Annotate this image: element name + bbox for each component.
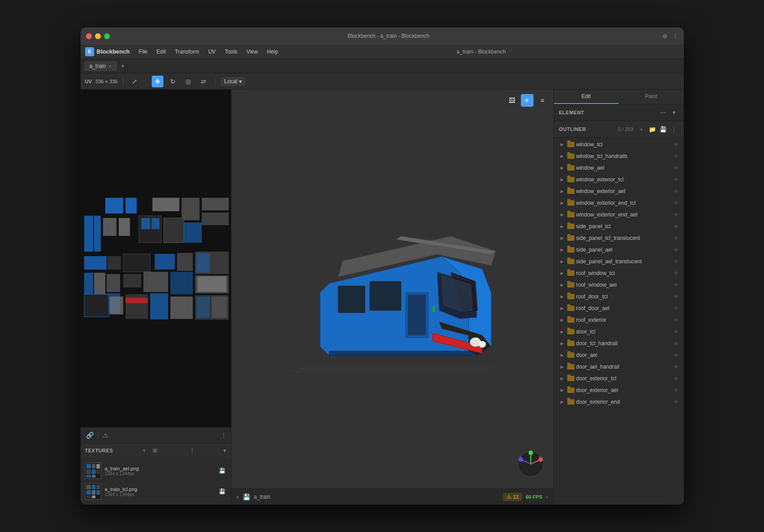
eye-icon[interactable]: 👁 xyxy=(672,164,680,172)
outliner-item-window-exterior-ael[interactable]: ▶ window_exterior_ael 👁 xyxy=(554,185,684,197)
outliner-item-window-tcl[interactable]: ▶ window_tcl 👁 xyxy=(554,139,684,150)
eye-icon[interactable]: 👁 xyxy=(672,293,680,301)
toolbar-move-tool[interactable]: ✥ xyxy=(152,76,163,87)
outliner-section[interactable]: OUTLINER 0 / 263 + 📁 💾 ⋮ ▶ window_tcl 👁 xyxy=(554,121,684,505)
svg-rect-22 xyxy=(196,253,210,273)
outliner-save-btn[interactable]: 💾 xyxy=(659,125,668,134)
viewport-next-button[interactable]: › xyxy=(546,494,548,500)
eye-icon[interactable]: 👁 xyxy=(672,211,680,219)
eye-icon[interactable]: 👁 xyxy=(672,257,680,266)
outliner-add-btn[interactable]: + xyxy=(637,125,646,134)
outliner-item-window-tcl-handrails[interactable]: ▶ window_tcl_handrails 👁 xyxy=(554,150,684,162)
eye-icon[interactable]: 👁 xyxy=(672,187,680,195)
tab-close-button[interactable]: × xyxy=(108,63,111,69)
outliner-item-window-ael[interactable]: ▶ window_ael 👁 xyxy=(554,162,684,174)
toolbar-mirror-tool[interactable]: ⇄ xyxy=(198,76,209,87)
menu-file[interactable]: File xyxy=(135,47,151,56)
outliner-item-door-ael-handrail[interactable]: ▶ door_ael_handrail 👁 xyxy=(554,361,684,373)
menu-uv[interactable]: UV xyxy=(204,47,219,56)
tab-add-button[interactable]: + xyxy=(121,62,125,70)
eye-icon[interactable]: 👁 xyxy=(672,351,680,359)
eye-icon[interactable]: 👁 xyxy=(672,386,680,394)
more-icon[interactable]: ⋮ xyxy=(672,32,678,40)
outliner-item-roof-exterior[interactable]: ▶ roof_exterior 👁 xyxy=(554,314,684,326)
toolbar-target-tool[interactable]: ◎ xyxy=(182,76,194,87)
outliner-item-side-panel-tcl[interactable]: ▶ side_panel_tcl 👁 xyxy=(554,221,684,232)
eye-icon[interactable]: 👁 xyxy=(672,339,680,347)
import-texture-button[interactable]: ⊞ xyxy=(150,446,159,455)
eye-icon-window-tcl[interactable]: 👁 xyxy=(672,140,680,149)
outliner-item-roof-door-tcl[interactable]: ▶ roof_door_tcl 👁 xyxy=(554,291,684,302)
outliner-item-side-panel-ael-translucent[interactable]: ▶ side_panel_ael_translucent 👁 xyxy=(554,256,684,267)
element-minimize-btn[interactable]: — xyxy=(659,108,668,117)
link-icon[interactable]: 🔗 xyxy=(85,430,95,440)
viewport-menu-btn[interactable]: ≡ xyxy=(536,94,549,107)
eye-icon[interactable]: 👁 xyxy=(672,176,680,184)
texture-save-tcl[interactable]: 💾 xyxy=(218,487,226,496)
outliner-item-window-exterior-end-ael[interactable]: ▶ window_exterior_end_ael 👁 xyxy=(554,209,684,221)
toolbar-separator-3 xyxy=(215,77,215,86)
eye-icon[interactable]: 👁 xyxy=(672,398,680,406)
menu-edit[interactable]: Edit xyxy=(153,47,170,56)
viewport-image-btn[interactable]: 🖼 xyxy=(506,94,518,107)
menu-view[interactable]: View xyxy=(243,47,262,56)
outliner-item-door-tcl-handrail[interactable]: ▶ door_tcl_handrail 👁 xyxy=(554,338,684,349)
toolbar-resize-icon[interactable]: ⤢ xyxy=(129,76,140,87)
outliner-item-window-exterior-end-tcl[interactable]: ▶ window_exterior_end_tcl 👁 xyxy=(554,197,684,209)
svg-rect-3 xyxy=(152,198,179,211)
texture-save-ael[interactable]: 💾 xyxy=(218,467,226,475)
eye-icon[interactable]: 👁 xyxy=(672,363,680,371)
menu-tools[interactable]: Tools xyxy=(221,47,241,56)
eye-icon[interactable]: 👁 xyxy=(672,281,680,289)
outliner-item-door-tcl[interactable]: ▶ door_tcl 👁 xyxy=(554,326,684,338)
uv-panel[interactable] xyxy=(81,90,231,427)
outliner-item-window-exterior-tcl[interactable]: ▶ window_exterior_tcl 👁 xyxy=(554,174,684,185)
textures-more-button[interactable]: ⋮ xyxy=(190,447,195,454)
eye-icon[interactable]: 👁 xyxy=(672,222,680,230)
folder-icon xyxy=(567,293,574,300)
eye-icon[interactable]: 👁 xyxy=(672,304,680,312)
close-button[interactable] xyxy=(86,33,92,39)
element-chevron-btn[interactable]: ▾ xyxy=(669,108,678,117)
toolbar-rotate-tool[interactable]: ↻ xyxy=(167,76,179,87)
pin-icon[interactable]: ⊕ xyxy=(662,32,668,40)
outliner-item-roof-door-ael[interactable]: ▶ roof_door_ael 👁 xyxy=(554,302,684,314)
toolbar-local-dropdown[interactable]: Local ▾ xyxy=(221,77,245,86)
tab-paint[interactable]: Paint xyxy=(619,90,684,104)
outliner-item-side-panel-ael[interactable]: ▶ side_panel_ael 👁 xyxy=(554,244,684,256)
tab-edit[interactable]: Edit xyxy=(554,90,619,104)
menu-transform[interactable]: Transform xyxy=(171,47,203,56)
eye-icon[interactable]: 👁 xyxy=(672,152,680,160)
eye-icon[interactable]: 👁 xyxy=(672,269,680,277)
texture-item-ael[interactable]: a_train_ael.png 1344 x 1344px 💾 xyxy=(81,460,231,481)
svg-rect-39 xyxy=(212,297,227,318)
minimize-button[interactable] xyxy=(95,33,101,39)
tab-a-train[interactable]: a_train × xyxy=(84,61,117,71)
maximize-button[interactable] xyxy=(104,33,110,39)
eye-icon[interactable]: 👁 xyxy=(672,246,680,254)
outliner-item-door-exterior-end[interactable]: ▶ door_exterior_end 👁 xyxy=(554,396,684,408)
outliner-item-door-ael[interactable]: ▶ door_ael 👁 xyxy=(554,349,684,361)
eye-icon[interactable]: 👁 xyxy=(672,374,680,383)
eye-icon[interactable]: 👁 xyxy=(672,328,680,336)
add-texture-button[interactable]: + xyxy=(140,446,149,455)
more-options[interactable]: ⋮ xyxy=(221,432,226,438)
outliner-item-roof-window-tcl[interactable]: ▶ roof_window_tcl 👁 xyxy=(554,267,684,279)
warning-icon[interactable]: ⚠ xyxy=(101,430,111,440)
item-name-window-exterior-end-tcl: window_exterior_end_tcl xyxy=(576,200,670,206)
textures-collapse-button[interactable]: ▾ xyxy=(223,447,226,454)
eye-icon[interactable]: 👁 xyxy=(672,199,680,207)
viewport[interactable]: X Y Z 🖼 ☀ ≡ ‹ 💾 xyxy=(231,90,553,505)
menu-help[interactable]: Help xyxy=(263,47,282,56)
eye-icon[interactable]: 👁 xyxy=(672,234,680,242)
texture-item-tcl[interactable]: a_train_tcl.png 1344 x 1344px 💾 xyxy=(81,481,231,502)
viewport-prev-button[interactable]: ‹ xyxy=(237,493,239,501)
outliner-item-door-exterior-tcl[interactable]: ▶ door_exterior_tcl 👁 xyxy=(554,373,684,384)
viewport-sun-btn[interactable]: ☀ xyxy=(521,94,533,107)
outliner-folder-add-btn[interactable]: 📁 xyxy=(648,125,657,134)
outliner-item-roof-window-ael[interactable]: ▶ roof_window_ael 👁 xyxy=(554,279,684,291)
outliner-item-door-exterior-ael[interactable]: ▶ door_exterior_ael 👁 xyxy=(554,384,684,396)
eye-icon[interactable]: 👁 xyxy=(672,316,680,324)
window-title: Blockbench - a_train - Blockbench xyxy=(115,33,662,39)
outliner-item-side-panel-tcl-translucent[interactable]: ▶ side_panel_tcl_translucent 👁 xyxy=(554,232,684,244)
